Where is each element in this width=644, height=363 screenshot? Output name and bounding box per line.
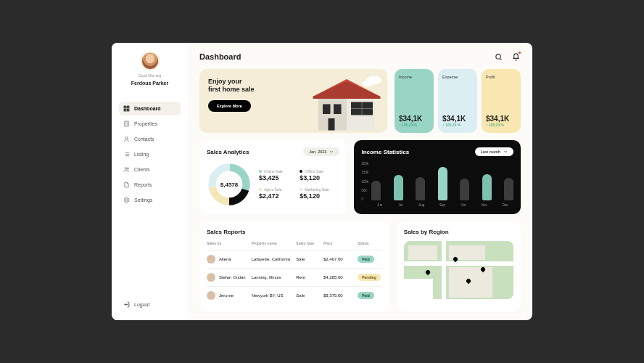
svg-rect-21 [329,118,335,131]
stat-label: Profit [486,75,516,79]
logout-label: Logout [134,302,149,307]
metric: Agent Sale$2,472 [259,187,288,200]
stat-label: Income [399,75,429,79]
notification-dot [519,52,521,54]
table-row[interactable]: Stefan OutlanLansing, IllinoisRent$4,285… [207,268,382,286]
panel-title: Sales by Region [404,229,513,235]
sidebar-item-dashboard[interactable]: Dashboard [119,102,181,115]
sidebar-item-label: Settings [134,197,152,203]
svg-rect-4 [125,121,128,126]
table-body: AllenaLafayette, CaliforniaSale$2,467.00… [207,250,382,304]
svg-point-11 [362,81,373,87]
col-header: Price [323,241,355,245]
sidebar-item-label: Clients [134,167,149,172]
svg-point-7 [127,168,128,169]
table-row[interactable]: JeromeNewyork BY, USSale$8,375.00Paid [207,286,382,304]
bar-nov[interactable] [482,174,492,200]
x-tick: Oct [455,203,471,207]
stat-value: $34,1K [399,115,429,123]
sidebar-item-listing[interactable]: Listing [119,147,181,161]
bars [371,162,513,200]
income-chart: 200k150k100k50k0 JunJulAugSepOctNovDec [361,162,513,207]
sidebar-item-label: Dashboard [134,106,161,111]
status-badge: Pending [358,274,381,281]
profile[interactable]: Good Morning Ferdous Parker [119,52,181,86]
page-title: Dashboard [199,52,241,61]
type-cell: Sale [296,293,321,298]
explore-button[interactable]: Explore More [208,100,251,112]
list-icon [123,151,130,158]
stat-profit[interactable]: Profit $34,1K ↑ 105,23 % [482,69,521,133]
sidebar-item-label: Reports [134,182,152,187]
building-icon [123,121,130,127]
x-tick: Jul [392,203,409,207]
analytics-period-select[interactable]: Jan, 2023 [303,147,339,156]
seller-name: Allena [219,257,231,261]
metric-value: $2,472 [259,192,288,200]
metric-label: Online Sale [259,169,288,174]
map-pin[interactable] [466,278,471,284]
svg-point-8 [125,199,127,200]
bar-oct[interactable] [460,179,469,200]
period-label: Jan, 2023 [309,150,326,154]
donut-center-value: $,4578 [216,171,242,197]
map-pin[interactable] [425,269,431,275]
price-cell: $4,285.00 [323,275,355,280]
grid-icon [123,105,130,112]
map-pin[interactable] [453,256,458,262]
bar-jun[interactable] [371,181,381,200]
chevron-down-icon [503,150,508,154]
col-header: Sales type [296,241,321,245]
metric-value: $5,120 [300,192,329,200]
table-row[interactable]: AllenaLafayette, CaliforniaSale$2,467.00… [207,250,382,268]
username: Ferdous Parker [131,81,168,86]
sidebar: Good Morning Ferdous Parker DashboardPro… [112,43,188,320]
hero-heading: Enjoy yourfirst home sale [208,78,255,94]
hero-row: Enjoy yourfirst home sale Explore More [199,69,521,133]
income-period-select[interactable]: Last month [475,147,513,156]
stat-expense[interactable]: Expense $34,1K ↑ 105,23 % [438,69,477,133]
seller-cell: Jerome [207,291,249,300]
greeting: Good Morning [139,73,162,78]
bar-dec[interactable] [504,178,513,200]
sidebar-item-settings[interactable]: Settings [119,193,181,207]
metric: Online Sale$3,425 [259,169,288,182]
sidebar-item-properties[interactable]: Properties [119,117,181,131]
property-cell: Newyork BY, US [252,293,294,298]
seller-cell: Stefan Outlan [207,273,249,282]
bar-sep[interactable] [438,167,447,200]
y-axis: 200k150k100k50k0 [361,162,368,201]
status-badge: Paid [358,292,374,299]
panel-title: Income Statistics [361,149,409,155]
seller-name: Stefan Outlan [219,275,246,280]
price-cell: $2,467.00 [323,257,355,261]
status-cell: Pending [358,274,382,281]
stat-delta: ↑ 105,23 % [399,123,429,127]
panel-title: Sales Analytics [207,149,249,155]
price-cell: $8,375.00 [323,293,355,298]
search-button[interactable] [493,52,503,62]
sidebar-item-reports[interactable]: Reports [119,178,181,192]
chevron-down-icon [329,150,334,154]
bar-jul[interactable] [394,175,403,200]
sales-by-region-panel: Sales by Region [397,221,521,311]
bar-aug[interactable] [416,177,425,200]
avatar [207,255,215,264]
map-pin[interactable] [480,266,486,272]
logout-button[interactable]: Logout [119,298,181,311]
metric-label: Marketing Sale [300,187,329,192]
seller-name: Jerome [219,293,234,298]
sidebar-item-contacts[interactable]: Contacts [119,132,181,146]
property-cell: Lansing, Illinois [252,275,294,280]
seller-cell: Allena [207,255,249,264]
region-map[interactable] [404,241,513,299]
stat-income[interactable]: Income $34,1K ↑ 105,23 % [395,69,434,133]
stat-delta: ↑ 105,23 % [442,123,473,127]
status-cell: Paid [358,292,382,299]
svg-rect-2 [124,109,126,111]
reports-row: Sales Reports Sales byProperty nameSales… [199,221,521,311]
period-label: Last month [481,150,500,154]
notifications-button[interactable] [511,52,521,62]
gear-icon [123,197,130,203]
sidebar-item-clients[interactable]: Clients [119,163,181,176]
